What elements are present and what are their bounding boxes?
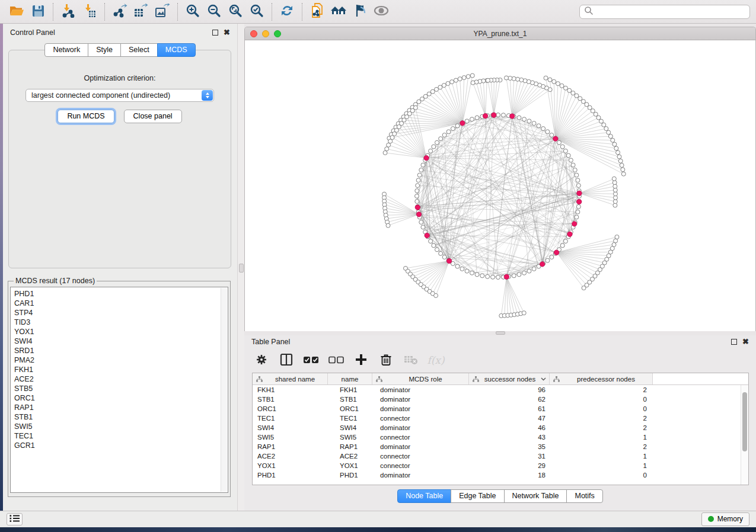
network-leaf-node[interactable] — [613, 181, 617, 185]
network-leaf-node[interactable] — [544, 76, 548, 80]
mcds-node[interactable] — [577, 191, 582, 196]
network-node[interactable] — [560, 243, 564, 248]
network-leaf-node[interactable] — [438, 85, 442, 89]
network-node[interactable] — [415, 199, 419, 203]
network-leaf-node[interactable] — [454, 78, 458, 82]
network-node[interactable] — [415, 189, 419, 193]
network-node[interactable] — [429, 149, 433, 153]
table-row[interactable]: FKH1FKH1dominator962 — [253, 385, 748, 395]
task-history-button[interactable] — [7, 513, 23, 525]
mcds-node[interactable] — [554, 250, 559, 255]
network-leaf-node[interactable] — [599, 119, 603, 123]
network-leaf-node[interactable] — [386, 223, 390, 227]
network-node[interactable] — [546, 130, 550, 134]
mcds-result-item[interactable]: TID3 — [14, 318, 224, 327]
network-leaf-node[interactable] — [462, 76, 466, 80]
select-all-button[interactable] — [302, 352, 320, 368]
column-header-name[interactable]: name — [328, 373, 372, 384]
network-node[interactable] — [566, 153, 570, 158]
network-leaf-node[interactable] — [560, 84, 564, 88]
table-scrollbar[interactable] — [741, 385, 748, 485]
network-leaf-node[interactable] — [522, 311, 526, 315]
mcds-node[interactable] — [510, 114, 515, 118]
mcds-result-item[interactable]: YOX1 — [14, 327, 224, 336]
network-node[interactable] — [465, 269, 469, 273]
network-leaf-node[interactable] — [607, 130, 611, 134]
table-scrollbar-thumb[interactable] — [742, 392, 747, 451]
network-node[interactable] — [496, 275, 500, 280]
network-leaf-node[interactable] — [602, 123, 606, 127]
network-node[interactable] — [576, 210, 580, 214]
window-zoom-icon[interactable] — [274, 30, 281, 37]
network-leaf-node[interactable] — [548, 78, 552, 82]
network-node[interactable] — [560, 145, 564, 149]
network-node[interactable] — [512, 274, 516, 278]
table-row[interactable]: ORC1ORC1dominator610 — [253, 404, 748, 414]
network-node[interactable] — [439, 251, 443, 255]
network-node[interactable] — [446, 130, 451, 134]
network-leaf-node[interactable] — [552, 79, 556, 84]
network-leaf-node[interactable] — [385, 147, 389, 151]
network-leaf-node[interactable] — [383, 150, 387, 155]
run-mcds-button[interactable]: Run MCDS — [58, 110, 114, 123]
network-node[interactable] — [569, 158, 573, 162]
deselect-all-button[interactable] — [327, 352, 345, 368]
close-table-panel-icon[interactable]: ✖ — [742, 339, 749, 345]
mcds-result-item[interactable]: STB1 — [14, 412, 224, 422]
float-panel-icon[interactable] — [212, 30, 218, 36]
network-node[interactable] — [522, 271, 527, 275]
window-minimize-icon[interactable] — [262, 30, 269, 37]
zoom-selected-button[interactable] — [246, 2, 267, 21]
mcds-result-item[interactable]: ORC1 — [14, 393, 224, 403]
tab-motifs[interactable]: Motifs — [566, 489, 602, 503]
network-leaf-node[interactable] — [617, 155, 621, 159]
mcds-result-item[interactable]: STP4 — [14, 308, 224, 318]
zoom-out-button[interactable] — [203, 2, 225, 21]
network-leaf-node[interactable] — [442, 84, 446, 88]
network-leaf-node[interactable] — [591, 109, 595, 113]
tab-network[interactable]: Network — [44, 43, 88, 57]
network-node[interactable] — [416, 184, 420, 188]
mcds-node[interactable] — [415, 205, 420, 210]
window-close-icon[interactable] — [250, 30, 257, 37]
network-leaf-node[interactable] — [504, 76, 508, 80]
mcds-result-item[interactable]: GCR1 — [14, 441, 224, 450]
save-session-button[interactable] — [27, 2, 49, 21]
network-leaf-node[interactable] — [563, 86, 567, 90]
network-leaf-node[interactable] — [486, 78, 490, 82]
search-input[interactable] — [594, 8, 745, 16]
nested-networks-button[interactable] — [328, 2, 349, 21]
mcds-result-item[interactable]: STB5 — [14, 384, 224, 393]
export-table-button[interactable] — [130, 2, 152, 21]
network-leaf-node[interactable] — [596, 116, 601, 120]
network-node[interactable] — [429, 239, 433, 243]
mcds-node[interactable] — [492, 113, 496, 117]
network-node[interactable] — [486, 274, 490, 278]
network-node[interactable] — [470, 271, 474, 275]
network-leaf-node[interactable] — [585, 102, 589, 107]
import-network-button[interactable] — [58, 2, 79, 21]
network-node[interactable] — [415, 194, 419, 198]
network-node[interactable] — [439, 137, 443, 141]
first-neighbors-button[interactable] — [307, 2, 328, 21]
network-leaf-node[interactable] — [578, 97, 582, 101]
network-leaf-node[interactable] — [594, 112, 598, 116]
network-leaf-node[interactable] — [620, 163, 624, 167]
hide-panel-button[interactable] — [349, 2, 371, 21]
network-leaf-node[interactable] — [612, 177, 616, 181]
mcds-node[interactable] — [460, 121, 465, 126]
network-node[interactable] — [470, 117, 474, 121]
network-node[interactable] — [480, 274, 484, 278]
column-header-MCDS-role[interactable]: MCDS role — [372, 373, 469, 384]
zoom-in-button[interactable] — [182, 2, 203, 21]
network-leaf-node[interactable] — [621, 168, 625, 172]
network-node[interactable] — [550, 255, 554, 259]
mcds-result-item[interactable]: CAR1 — [14, 299, 224, 308]
import-table-button[interactable] — [79, 2, 100, 21]
mcds-node[interactable] — [567, 232, 572, 236]
network-leaf-node[interactable] — [575, 94, 579, 98]
network-leaf-node[interactable] — [519, 78, 524, 82]
mcds-result-item[interactable]: SWI5 — [14, 422, 224, 431]
network-node[interactable] — [517, 116, 521, 120]
network-leaf-node[interactable] — [621, 172, 626, 176]
